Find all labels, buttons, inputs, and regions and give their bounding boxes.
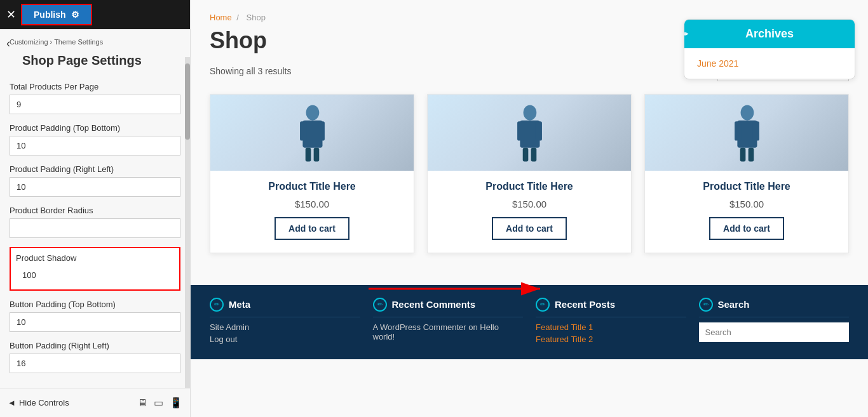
svg-rect-6 [305, 147, 311, 161]
svg-point-8 [523, 105, 536, 120]
footer-widget-search: ✏ Search [699, 298, 850, 347]
field-input-4[interactable] [16, 266, 174, 284]
archives-june-2021-link[interactable]: June 2021 [697, 58, 738, 69]
product-title-3: Product Title Here [645, 180, 848, 194]
back-icon: ◄ [8, 398, 16, 407]
breadcrumb-sep: / [236, 13, 239, 22]
breadcrumb-sep: › [50, 38, 53, 46]
add-to-cart-button-3[interactable]: Add to cart [709, 217, 784, 240]
svg-rect-4 [300, 121, 306, 140]
desktop-icon[interactable]: 🖥 [137, 397, 147, 409]
footer-posts-link-2[interactable]: Featured Title 2 [536, 334, 686, 344]
breadcrumb-section: ‹ Customizing › Theme Settings [0, 29, 190, 50]
field-product-border-radius: Product Border Radius [10, 206, 180, 238]
product-price-2: $150.00 [428, 199, 631, 209]
page-title: Shop Page Settings [22, 53, 142, 67]
footer-posts-title: Recent Posts [555, 299, 615, 310]
field-input-3[interactable] [10, 218, 180, 238]
svg-point-2 [306, 105, 319, 120]
showing-text: Showing all 3 results [210, 66, 291, 76]
mobile-icon[interactable]: 📱 [170, 397, 182, 409]
breadcrumb-current: Shop [247, 13, 266, 22]
field-label-5: Button Padding (Top Bottom) [10, 300, 180, 309]
svg-point-14 [740, 105, 754, 120]
product-price-3: $150.00 [645, 199, 848, 209]
add-to-cart-button-2[interactable]: Add to cart [492, 217, 567, 240]
archives-title: Archives [745, 27, 794, 40]
footer-search-title: Search [718, 299, 750, 310]
product-image-2 [428, 95, 631, 171]
field-label-6: Button Padding (Right Left) [10, 341, 180, 350]
publish-button[interactable]: Publish ⚙ [21, 4, 92, 25]
footer-widget-meta-header: ✏ Meta [210, 298, 360, 317]
archives-edit-icon: ✏ [684, 26, 693, 43]
red-arrow [369, 276, 559, 301]
svg-rect-7 [313, 147, 319, 161]
field-input-0[interactable] [10, 95, 180, 114]
breadcrumb: Customizing › Theme Settings [10, 38, 103, 46]
products-grid: Product Title Here $150.00 Add to cart [210, 94, 849, 253]
field-label-2: Product Padding (Right Left) [10, 164, 180, 174]
svg-rect-12 [522, 147, 528, 161]
scroll-thumb [185, 63, 190, 140]
product-card-1: Product Title Here $150.00 Add to cart [210, 94, 414, 253]
field-product-padding-tb: Product Padding (Top Bottom) [10, 123, 180, 156]
product-card-2: Product Title Here $150.00 Add to cart [427, 94, 632, 253]
svg-rect-18 [740, 147, 745, 161]
product-person-svg-3 [729, 103, 764, 163]
page-title-section: Shop Page Settings [0, 50, 190, 76]
footer-widget-search-header: ✏ Search [699, 298, 850, 317]
svg-rect-11 [535, 121, 541, 140]
field-input-5[interactable] [10, 312, 180, 332]
add-to-cart-button-1[interactable]: Add to cart [275, 217, 349, 240]
breadcrumb-part2: Theme Settings [54, 38, 103, 46]
product-title-1: Product Title Here [210, 180, 414, 194]
controls-area: Total Products Per Page Product Padding … [0, 76, 190, 388]
product-price-1: $150.00 [210, 199, 414, 209]
field-button-padding-tb: Button Padding (Top Bottom) [10, 300, 180, 332]
footer-comments-link-1[interactable]: A WordPress Commenter on Hello world! [373, 322, 524, 341]
product-person-svg-1 [295, 103, 330, 163]
archives-body: June 2021 [684, 48, 855, 79]
footer-posts-link-1[interactable]: Featured Title 1 [536, 322, 686, 332]
right-content: ✏ Archives June 2021 Home / Shop Shop Sh… [191, 0, 868, 417]
field-label-4: Product Shadow [16, 253, 174, 263]
field-button-padding-rl: Button Padding (Right Left) [10, 341, 180, 373]
footer-search-icon: ✏ [699, 298, 713, 312]
field-label-0: Total Products Per Page [10, 82, 180, 91]
hide-controls-label: Hide Controls [19, 398, 69, 407]
field-label-1: Product Padding (Top Bottom) [10, 123, 180, 133]
footer-meta-title: Meta [229, 299, 250, 310]
tablet-icon[interactable]: ▭ [154, 397, 163, 409]
footer-meta-link-2[interactable]: Log out [210, 334, 360, 344]
field-label-3: Product Border Radius [10, 206, 180, 215]
footer-widget-meta: ✏ Meta Site Admin Log out [210, 298, 360, 347]
breadcrumb-home-link[interactable]: Home [210, 13, 232, 22]
left-panel: ✕ Publish ⚙ ‹ Customizing › Theme Settin… [0, 0, 191, 417]
hide-controls-button[interactable]: ◄ Hide Controls [8, 398, 69, 407]
footer-search-input[interactable] [699, 322, 850, 342]
product-card-3: Product Title Here $150.00 Add to cart [644, 94, 849, 253]
field-product-shadow: Product Shadow [10, 247, 180, 291]
svg-rect-16 [735, 121, 741, 140]
field-input-2[interactable] [10, 177, 180, 197]
footer-meta-link-1[interactable]: Site Admin [210, 322, 360, 332]
field-input-1[interactable] [10, 136, 180, 156]
publish-label: Publish [34, 10, 66, 20]
archives-widget: ✏ Archives June 2021 [684, 19, 855, 79]
svg-rect-17 [752, 121, 759, 140]
scroll-indicator [185, 57, 190, 388]
field-input-6[interactable] [10, 354, 180, 373]
footer-meta-icon: ✏ [210, 298, 224, 312]
close-button[interactable]: ✕ [6, 8, 16, 22]
svg-rect-13 [531, 147, 536, 161]
breadcrumb-part1: Customizing [10, 38, 48, 46]
field-total-products: Total Products Per Page [10, 82, 180, 114]
product-image-1 [210, 95, 414, 171]
bottom-bar: ◄ Hide Controls 🖥 ▭ 📱 [0, 388, 190, 417]
product-image-3 [645, 95, 848, 171]
back-button[interactable]: ‹ [6, 37, 10, 50]
footer-widget-posts: ✏ Recent Posts Featured Title 1 Featured… [536, 298, 686, 347]
footer-widget-comments: ✏ Recent Comments A WordPress Commenter … [373, 298, 524, 347]
device-icons: 🖥 ▭ 📱 [137, 397, 182, 409]
